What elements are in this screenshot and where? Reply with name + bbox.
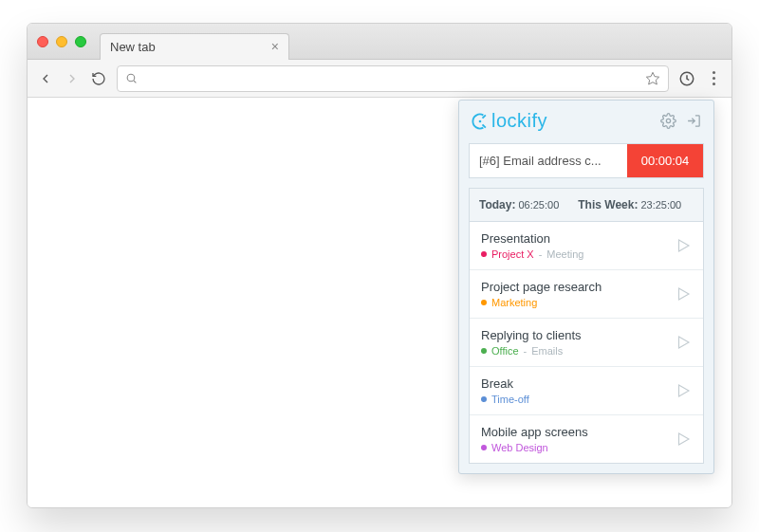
svg-point-7 [666,119,670,122]
entry-tag: Emails [531,345,563,357]
svg-point-4 [479,119,482,122]
entry-project: Marketing [491,297,537,308]
play-icon[interactable] [675,237,692,254]
entry-meta: Project X - Meeting [481,248,583,260]
time-entry[interactable]: PresentationProject X - Meeting [470,222,703,270]
brand-text: lockify [491,110,547,132]
project-color-dot [481,300,487,305]
brand: lockify [471,110,547,132]
close-window-button[interactable] [37,36,48,47]
time-entry[interactable]: BreakTime-off [470,367,703,415]
week-value: 23:25:00 [640,199,681,211]
entry-title: Break [481,376,529,391]
entry-meta: Time-off [481,394,529,405]
bookmark-star-icon[interactable] [645,71,660,86]
week-label: This Week: [578,198,638,211]
project-color-dot [481,251,487,257]
search-icon [125,72,138,84]
project-color-dot [481,396,487,402]
entry-meta: Web Design [481,442,588,453]
time-entry[interactable]: Mobile app screensWeb Design [470,415,703,463]
svg-marker-11 [679,337,690,348]
project-color-dot [481,348,487,354]
titlebar: New tab × [28,24,731,60]
toolbar [28,60,731,98]
settings-icon[interactable] [660,113,676,129]
svg-marker-9 [679,240,690,251]
entry-meta: Marketing [481,297,602,308]
time-entry[interactable]: Replying to clientsOffice - Emails [470,319,703,367]
entry-title: Replying to clients [481,328,582,342]
minimize-window-button[interactable] [56,36,67,47]
reload-button[interactable] [90,70,107,87]
project-color-dot [481,445,487,450]
svg-point-0 [127,74,135,82]
popup-header: lockify [459,101,713,139]
play-icon[interactable] [675,382,692,399]
play-icon[interactable] [675,431,692,448]
week-summary: This Week:23:25:00 [578,198,681,211]
timer-description-input[interactable]: [#6] Email address c... [470,144,627,177]
logout-icon[interactable] [686,113,702,129]
play-icon[interactable] [675,285,692,303]
entries-list: PresentationProject X - MeetingProject p… [469,221,704,464]
svg-marker-10 [679,288,690,300]
timer-row: [#6] Email address c... 00:00:04 [469,143,704,178]
window-controls [37,36,86,47]
entry-project: Web Design [491,442,548,453]
summary-bar: Today:06:25:00 This Week:23:25:00 [469,188,704,221]
entry-tag: Meeting [546,248,583,260]
tab-title: New tab [110,40,156,54]
today-label: Today: [479,198,515,211]
back-button[interactable] [37,70,54,87]
svg-marker-2 [646,72,658,84]
browser-tab[interactable]: New tab × [100,33,289,60]
time-entry[interactable]: Project page researchMarketing [470,270,703,319]
viewport: lockify [#6] Email address c... 00:00:04… [28,98,731,508]
clockify-extension-icon[interactable] [678,70,695,87]
svg-marker-12 [679,385,690,396]
entry-meta: Office - Emails [481,345,582,357]
entry-project: Time-off [491,394,529,405]
svg-line-1 [134,81,136,83]
browser-menu-button[interactable] [705,71,722,85]
play-icon[interactable] [675,334,692,351]
address-bar[interactable] [117,65,669,92]
entry-title: Presentation [481,231,583,246]
entry-project: Office [491,345,519,357]
maximize-window-button[interactable] [75,36,86,47]
entry-title: Mobile app screens [481,425,588,439]
entry-title: Project page research [481,280,602,294]
tab-close-icon[interactable]: × [271,39,279,54]
today-summary: Today:06:25:00 [479,198,559,211]
clockify-popup: lockify [#6] Email address c... 00:00:04… [458,100,714,474]
forward-button[interactable] [64,70,81,87]
clockify-logo-icon [471,112,490,131]
today-value: 06:25:00 [518,199,559,211]
entry-project: Project X [491,248,534,260]
timer-stop-button[interactable]: 00:00:04 [627,144,703,177]
browser-window: New tab × lockif [27,23,732,508]
svg-marker-13 [679,433,690,445]
